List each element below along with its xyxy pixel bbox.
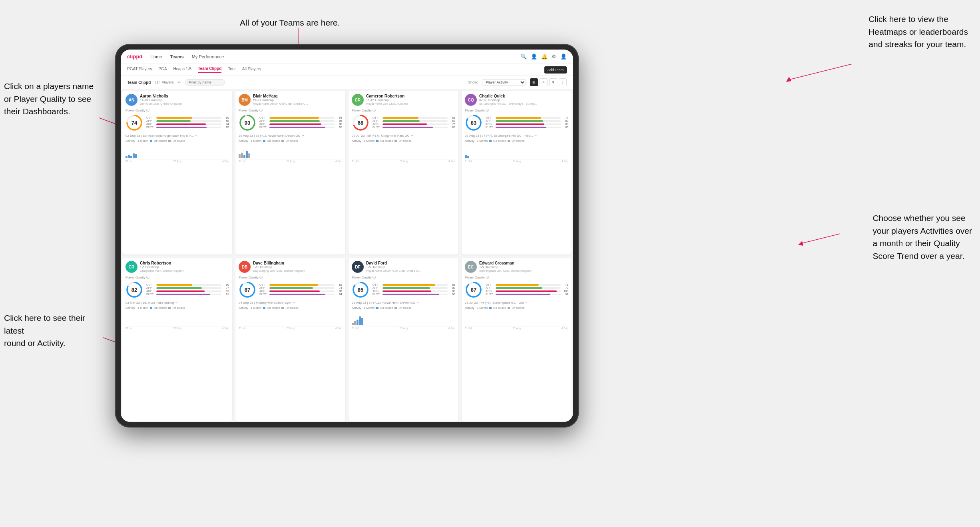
search-icon[interactable]: 🔍: [520, 54, 527, 60]
off-course-dot: [281, 140, 284, 142]
player-card[interactable]: CR Cameron Robertson 11-15 Handicap Roya…: [349, 91, 458, 255]
quality-bars: OTT 60 APP 58 ARG 84 PUTT 85: [146, 116, 229, 129]
player-card-header: AN Aaron Nicholls 11-15 Handicap Drift G…: [125, 94, 229, 106]
quality-circle[interactable]: 87: [465, 281, 482, 298]
ipad-frame: clippd Home Teams My Performance 🔍 👤 🔔 ⚙…: [115, 44, 579, 428]
recent-activity[interactable]: 18 Jul 23 | 74 (+3), Sunningdale GC - Ol…: [465, 301, 568, 304]
activity-section: Activity · 1 Month On course Off course …: [465, 139, 568, 163]
tab-hcaps[interactable]: Hcaps 1-5: [173, 67, 192, 73]
quality-circle[interactable]: 83: [465, 114, 482, 131]
top-nav: clippd Home Teams My Performance 🔍 👤 🔔 ⚙…: [121, 50, 573, 64]
arrow-heatmaps: [784, 64, 856, 84]
stat-row-app: APP 85: [259, 119, 342, 122]
player-card[interactable]: EC Edward Crossman 1-5 Handicap Sunningd…: [462, 258, 572, 422]
stat-row-ott: OTT 60: [146, 283, 229, 286]
settings-icon[interactable]: ⚙: [552, 54, 556, 60]
player-card-header: CR Chris Robertson 1-5 Handicap Craigmil…: [125, 261, 229, 273]
team-edit-icon[interactable]: ✏: [178, 80, 181, 85]
annotation-activity: Choose whether you seeyour players Activ…: [872, 212, 972, 262]
quality-circle[interactable]: 68: [352, 114, 369, 131]
off-course-label: Off course: [398, 139, 411, 142]
quality-section: 85 OTT 89 APP 80 ARG 83: [352, 281, 455, 298]
nav-my-performance[interactable]: My Performance: [192, 54, 224, 59]
player-info: Charlie Quick 6-10 Handicap St. George's…: [479, 94, 568, 105]
player-card[interactable]: BM Blair McHarg Plus Handicap Royal Nort…: [235, 91, 345, 255]
chart-labels: 31 Jul 21 Aug 4 Sep: [125, 327, 229, 330]
filter-icon[interactable]: ▼: [549, 78, 557, 86]
activity-title: Activity · 1 Month: [352, 139, 374, 143]
chart-labels: 31 Jul 21 Aug 4 Sep: [352, 160, 455, 163]
chart-labels: 31 Jul 21 Aug 4 Sep: [352, 327, 455, 330]
show-select[interactable]: Player Activity Quality Score Trend: [482, 79, 526, 86]
nav-home[interactable]: Home: [150, 54, 162, 59]
mini-chart: [352, 143, 455, 159]
grid-view-icon[interactable]: ⊞: [530, 78, 538, 86]
stat-row-arg: ARG 83: [372, 290, 455, 292]
avatar: EC: [465, 261, 477, 273]
stat-row-ott: OTT 60: [146, 116, 229, 119]
recent-activity[interactable]: 07 Aug 23 | 77 (+7), St George's Hill GC…: [465, 134, 568, 137]
table-view-icon[interactable]: ≡: [540, 78, 548, 86]
player-info: Cameron Robertson 11-15 Handicap Royal P…: [366, 94, 455, 105]
player-name[interactable]: Chris Robertson: [140, 261, 229, 265]
stat-row-ott: OTT 61: [372, 116, 455, 119]
quality-circle[interactable]: 93: [239, 114, 256, 131]
recent-activity[interactable]: 04 Sep 23 | Mobility with coach, Gym →: [239, 301, 342, 304]
player-name[interactable]: Dave Billingham: [253, 261, 342, 265]
avatar-icon[interactable]: 👤: [560, 54, 567, 60]
player-name[interactable]: Aaron Nicholls: [140, 94, 229, 98]
search-input[interactable]: [185, 79, 225, 86]
player-card[interactable]: CR Chris Robertson 1-5 Handicap Craigmil…: [122, 258, 232, 422]
recent-activity[interactable]: 02 Jul 23 | 59 (+17), Craigmillar Park G…: [352, 134, 455, 137]
quality-circle[interactable]: 87: [239, 281, 256, 298]
player-name[interactable]: Blair McHarg: [253, 94, 342, 98]
player-name[interactable]: Charlie Quick: [479, 94, 568, 98]
quality-section: 82 OTT 60 APP 77 ARG 81: [125, 281, 229, 298]
sub-nav: PGAT Players PGA Hcaps 1-5 Team Clippd T…: [121, 64, 573, 76]
quality-circle[interactable]: 74: [125, 114, 143, 131]
player-name[interactable]: David Ford: [366, 261, 455, 265]
mini-chart: [125, 143, 229, 159]
quality-section: 83 OTT 77 APP 80 ARG 83: [465, 114, 568, 131]
player-card[interactable]: CQ Charlie Quick 6-10 Handicap St. Georg…: [462, 91, 572, 255]
tab-tour[interactable]: Tour: [228, 67, 235, 73]
player-handicap: 1-5 Handicap: [366, 265, 455, 269]
bell-icon[interactable]: 🔔: [541, 54, 548, 60]
tab-pgat-players[interactable]: PGAT Players: [127, 67, 152, 73]
stat-row-arg: ARG 103: [486, 290, 568, 292]
on-course-dot: [376, 140, 378, 142]
player-card[interactable]: AN Aaron Nicholls 11-15 Handicap Drift G…: [122, 91, 232, 255]
quality-circle[interactable]: 85: [352, 281, 369, 298]
stat-row-putt: PUTT 96: [372, 293, 455, 296]
user-icon[interactable]: 👤: [531, 54, 537, 60]
chart-labels: 31 Jul 21 Aug 4 Sep: [125, 160, 229, 163]
player-name[interactable]: Edward Crossman: [479, 261, 568, 265]
tab-pga[interactable]: PGA: [158, 67, 167, 73]
player-card[interactable]: DB Dave Billingham 1-5 Handicap Sag Magi…: [235, 258, 345, 422]
recent-activity[interactable]: 26 Aug 23 | 73 (+1), Royal North Devon G…: [239, 134, 342, 137]
quality-circle[interactable]: 82: [125, 281, 143, 298]
activity-section: Activity · 1 Month On course Off course …: [125, 306, 229, 330]
add-team-button[interactable]: Add Team: [544, 66, 567, 74]
recent-activity[interactable]: 26 Aug 23 | 84 (+12), Royal North Devon …: [352, 301, 455, 304]
off-course-label: Off course: [172, 139, 185, 142]
player-grid: AN Aaron Nicholls 11-15 Handicap Drift G…: [121, 89, 573, 422]
player-club: Sunningdale Golf Club, United Kingdom: [479, 269, 568, 272]
recent-activity[interactable]: 02 Sep 23 | Sunrise round to get back in…: [125, 134, 229, 137]
player-card[interactable]: DF David Ford 1-5 Handicap Royal North D…: [349, 258, 458, 422]
sort-icon[interactable]: ↕: [559, 78, 567, 86]
off-course-dot: [281, 307, 284, 309]
tab-all-players[interactable]: All Players: [242, 67, 261, 73]
activity-title: Activity · 1 Month: [465, 306, 488, 310]
chart-labels: 31 Jul 21 Aug 4 Sep: [465, 327, 568, 330]
annotation-teams: All of your Teams are here.: [240, 17, 340, 28]
player-name[interactable]: Cameron Robertson: [366, 94, 455, 98]
tab-team-clippd[interactable]: Team Clippd: [198, 66, 221, 73]
mini-chart: [239, 143, 342, 159]
off-course-label: Off course: [398, 306, 411, 309]
nav-teams[interactable]: Teams: [170, 54, 184, 59]
recent-activity[interactable]: 03 Mar 23 | 19, Must make putting →: [125, 301, 229, 304]
activity-title: Activity · 1 Month: [125, 306, 148, 310]
off-course-dot: [168, 307, 171, 309]
quality-bars: OTT 82 APP 74 ARG 85 PUTT 94: [259, 283, 342, 296]
